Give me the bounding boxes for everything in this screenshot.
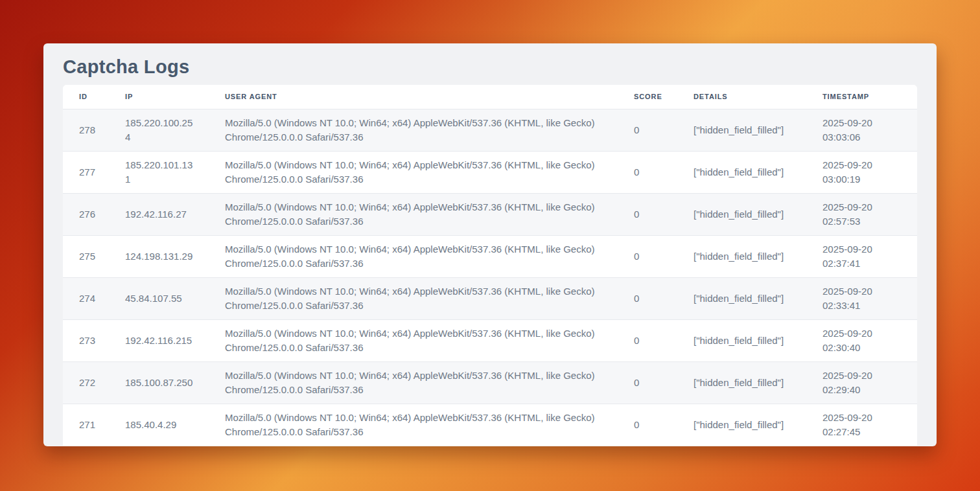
cell-ip: 185.220.101.131 <box>109 151 209 193</box>
cell-id: 278 <box>63 109 109 151</box>
table-row: 274 45.84.107.55 Mozilla/5.0 (Windows NT… <box>63 277 917 319</box>
page-title: Captcha Logs <box>63 56 189 78</box>
cell-timestamp: 2025-09-20 02:33:41 <box>806 277 917 319</box>
column-header-details: DETAILS <box>677 85 806 109</box>
cell-id: 271 <box>63 404 109 446</box>
cell-id: 275 <box>63 235 109 277</box>
cell-ip: 45.84.107.55 <box>109 277 209 319</box>
cell-details: ["hidden_field_filled"] <box>677 235 806 277</box>
cell-id: 274 <box>63 277 109 319</box>
cell-timestamp: 2025-09-20 02:27:45 <box>806 404 917 446</box>
cell-details: ["hidden_field_filled"] <box>677 277 806 319</box>
column-header-timestamp: TIMESTAMP <box>806 85 917 109</box>
cell-user-agent: Mozilla/5.0 (Windows NT 10.0; Win64; x64… <box>209 109 618 151</box>
table-row: 278 185.220.100.254 Mozilla/5.0 (Windows… <box>63 109 917 151</box>
cell-timestamp: 2025-09-20 03:00:19 <box>806 151 917 193</box>
cell-details: ["hidden_field_filled"] <box>677 109 806 151</box>
cell-user-agent: Mozilla/5.0 (Windows NT 10.0; Win64; x64… <box>209 361 618 404</box>
cell-details: ["hidden_field_filled"] <box>677 361 806 404</box>
cell-score: 0 <box>618 404 677 446</box>
table-header-row: ID IP USER AGENT SCORE DETAILS TIMESTAMP <box>63 85 917 109</box>
captcha-logs-card: Captcha Logs ID IP USER AGENT SCORE DETA… <box>43 43 937 446</box>
table-row: 272 185.100.87.250 Mozilla/5.0 (Windows … <box>63 361 917 404</box>
cell-user-agent: Mozilla/5.0 (Windows NT 10.0; Win64; x64… <box>209 277 618 319</box>
cell-score: 0 <box>618 319 677 361</box>
cell-details: ["hidden_field_filled"] <box>677 404 806 446</box>
cell-details: ["hidden_field_filled"] <box>677 193 806 235</box>
column-header-id: ID <box>63 85 109 109</box>
cell-score: 0 <box>618 151 677 193</box>
cell-id: 273 <box>63 319 109 361</box>
cell-timestamp: 2025-09-20 03:03:06 <box>806 109 917 151</box>
table-header: ID IP USER AGENT SCORE DETAILS TIMESTAMP <box>63 85 917 109</box>
table-row: 277 185.220.101.131 Mozilla/5.0 (Windows… <box>63 151 917 193</box>
cell-id: 272 <box>63 361 109 404</box>
cell-timestamp: 2025-09-20 02:30:40 <box>806 319 917 361</box>
column-header-score: SCORE <box>618 85 677 109</box>
cell-ip: 124.198.131.29 <box>109 235 209 277</box>
cell-score: 0 <box>618 361 677 404</box>
table-row: 276 192.42.116.27 Mozilla/5.0 (Windows N… <box>63 193 917 235</box>
cell-score: 0 <box>618 235 677 277</box>
card-header: Captcha Logs <box>63 43 917 85</box>
column-header-user-agent: USER AGENT <box>209 85 618 109</box>
cell-timestamp: 2025-09-20 02:37:41 <box>806 235 917 277</box>
cell-score: 0 <box>618 277 677 319</box>
column-header-ip: IP <box>109 85 209 109</box>
cell-user-agent: Mozilla/5.0 (Windows NT 10.0; Win64; x64… <box>209 193 618 235</box>
captcha-logs-table: ID IP USER AGENT SCORE DETAILS TIMESTAMP… <box>63 85 917 446</box>
cell-user-agent: Mozilla/5.0 (Windows NT 10.0; Win64; x64… <box>209 404 618 446</box>
cell-ip: 185.220.100.254 <box>109 109 209 151</box>
table-row: 275 124.198.131.29 Mozilla/5.0 (Windows … <box>63 235 917 277</box>
cell-score: 0 <box>618 193 677 235</box>
table-row: 271 185.40.4.29 Mozilla/5.0 (Windows NT … <box>63 404 917 446</box>
cell-timestamp: 2025-09-20 02:29:40 <box>806 361 917 404</box>
cell-ip: 185.40.4.29 <box>109 404 209 446</box>
cell-user-agent: Mozilla/5.0 (Windows NT 10.0; Win64; x64… <box>209 235 618 277</box>
cell-user-agent: Mozilla/5.0 (Windows NT 10.0; Win64; x64… <box>209 151 618 193</box>
table-row: 273 192.42.116.215 Mozilla/5.0 (Windows … <box>63 319 917 361</box>
table-body: 278 185.220.100.254 Mozilla/5.0 (Windows… <box>63 109 917 446</box>
cell-timestamp: 2025-09-20 02:57:53 <box>806 193 917 235</box>
cell-ip: 192.42.116.27 <box>109 193 209 235</box>
cell-ip: 192.42.116.215 <box>109 319 209 361</box>
cell-user-agent: Mozilla/5.0 (Windows NT 10.0; Win64; x64… <box>209 319 618 361</box>
cell-details: ["hidden_field_filled"] <box>677 319 806 361</box>
cell-ip: 185.100.87.250 <box>109 361 209 404</box>
cell-id: 277 <box>63 151 109 193</box>
cell-score: 0 <box>618 109 677 151</box>
cell-details: ["hidden_field_filled"] <box>677 151 806 193</box>
cell-id: 276 <box>63 193 109 235</box>
